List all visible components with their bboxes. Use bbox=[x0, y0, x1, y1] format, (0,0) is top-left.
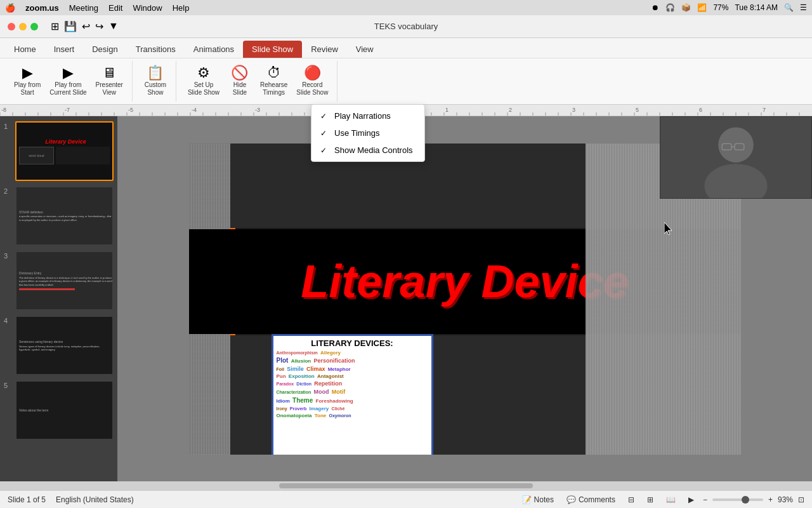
title-bar: ⊞ 💾 ↩ ↪ ▼ TEKS vocabulary bbox=[0, 15, 812, 38]
minimize-button[interactable] bbox=[19, 23, 27, 30]
normal-view-button[interactable]: ⊟ bbox=[624, 494, 638, 505]
scrollbar-thumb[interactable] bbox=[279, 483, 533, 488]
toolbar-icon[interactable]: ⊞ bbox=[51, 20, 59, 32]
play-from-current-button[interactable]: ▶ Play fromCurrent Slide bbox=[46, 64, 90, 99]
fit-screen-button[interactable]: ⊡ bbox=[798, 495, 804, 504]
svg-point-79 bbox=[718, 127, 754, 163]
close-button[interactable] bbox=[8, 23, 15, 30]
zoom-level: 93% bbox=[778, 495, 793, 504]
word-motif: Motif bbox=[332, 389, 346, 395]
language-label: English (United States) bbox=[56, 495, 134, 504]
slide-thumb-4[interactable]: 4 Sentences using literary device Variou… bbox=[4, 316, 114, 375]
record-slide-label: RecordSlide Show bbox=[296, 81, 328, 97]
play-start-icon: ▶ bbox=[22, 66, 33, 80]
ribbon-tabs: Home Insert Design Transitions Animation… bbox=[0, 38, 812, 58]
slide-sorter-button[interactable]: ⊞ bbox=[643, 494, 657, 505]
customize-icon[interactable]: ▼ bbox=[108, 20, 119, 32]
control-center-icon[interactable]: ☰ bbox=[800, 3, 807, 12]
notes-icon: 📝 bbox=[522, 495, 532, 504]
tab-view[interactable]: View bbox=[347, 41, 383, 58]
redo-icon[interactable]: ↪ bbox=[95, 20, 103, 32]
meeting-menu[interactable]: Meeting bbox=[69, 3, 98, 13]
ribbon-toolbar: ▶ Play fromStart ▶ Play fromCurrent Slid… bbox=[0, 58, 812, 105]
slide-sorter-icon: ⊞ bbox=[647, 495, 653, 504]
help-menu[interactable]: Help bbox=[173, 3, 190, 13]
maximize-button[interactable] bbox=[30, 23, 38, 30]
media-check: ✓ bbox=[320, 146, 329, 155]
audio-icon: 🎧 bbox=[665, 3, 675, 12]
status-bar: Slide 1 of 5 English (United States) 📝 N… bbox=[0, 490, 812, 508]
slide-thumb-5[interactable]: 5 Video about the term bbox=[4, 380, 114, 440]
word-antagonist: Antagonist bbox=[317, 373, 344, 379]
slide-img-1[interactable]: Literary Device word cloud bbox=[15, 121, 114, 181]
record-slide-icon: 🔴 bbox=[304, 66, 321, 80]
window-menu[interactable]: Window bbox=[133, 3, 162, 13]
tab-home[interactable]: Home bbox=[5, 41, 45, 58]
word-cliche: Cliché bbox=[331, 406, 344, 411]
reading-view-button[interactable]: 📖 bbox=[662, 494, 679, 505]
search-icon[interactable]: 🔍 bbox=[784, 3, 794, 12]
slideshow-view-button[interactable]: ▶ bbox=[684, 494, 698, 505]
play-narrations-item[interactable]: ✓ Play Narrations bbox=[311, 107, 424, 124]
presenter-view-button[interactable]: 🖥 PresenterView bbox=[92, 64, 127, 99]
show-media-controls-item[interactable]: ✓ Show Media Controls bbox=[311, 142, 424, 159]
tab-design[interactable]: Design bbox=[83, 41, 126, 58]
zoom-app-menu[interactable]: zoom.us bbox=[25, 3, 59, 13]
play-from-start-button[interactable]: ▶ Play fromStart bbox=[10, 64, 44, 99]
svg-text:5: 5 bbox=[636, 107, 639, 113]
edit-menu[interactable]: Edit bbox=[108, 3, 122, 13]
menubar-right: ⏺ 🎧 📦 📶 77% Tue 8:14 AM 🔍 ☰ bbox=[652, 3, 807, 12]
tab-transitions[interactable]: Transitions bbox=[127, 41, 185, 58]
slide-img-5[interactable]: Video about the term bbox=[15, 380, 114, 440]
slide-thumb-1[interactable]: 1 Literary Device word cloud bbox=[4, 121, 114, 181]
tab-insert[interactable]: Insert bbox=[45, 41, 84, 58]
dropbox-icon: 📦 bbox=[681, 3, 691, 12]
slide-img-3[interactable]: Dictionary Entry The definition of liter… bbox=[15, 251, 114, 311]
horizontal-scrollbar[interactable] bbox=[0, 481, 812, 490]
editor-area[interactable]: Literary Device LITERARY DEVICES: Anthro… bbox=[117, 116, 812, 481]
narrations-check: ✓ bbox=[320, 112, 329, 121]
hide-slide-button[interactable]: 🚫 HideSlide bbox=[225, 64, 255, 99]
play-current-icon: ▶ bbox=[63, 66, 74, 80]
zoom-slider[interactable] bbox=[712, 498, 763, 501]
comments-button[interactable]: 💬 Comments bbox=[563, 494, 619, 505]
presenter-icon: 🖥 bbox=[102, 66, 116, 80]
media-label: Show Media Controls bbox=[334, 145, 413, 155]
setup-slideshow-button[interactable]: ⚙ Set UpSlide Show bbox=[184, 64, 223, 99]
rehearse-timings-button[interactable]: ⏱ RehearseTimings bbox=[256, 64, 291, 99]
tab-animations[interactable]: Animations bbox=[185, 41, 243, 58]
svg-text:-8: -8 bbox=[1, 107, 6, 113]
zoom-plus-button[interactable]: + bbox=[768, 495, 773, 504]
lit-devices-content: Anthropomorphism Allegory Plot Allusion … bbox=[276, 349, 429, 420]
setup-label: Set UpSlide Show bbox=[188, 81, 219, 97]
comments-label: Comments bbox=[579, 495, 615, 504]
apple-menu[interactable]: 🍎 bbox=[5, 3, 15, 13]
zoom-minus-button[interactable]: − bbox=[703, 495, 707, 504]
word-foil: Foil bbox=[277, 367, 284, 371]
word-pun: Pun bbox=[277, 373, 286, 379]
tab-slideshow[interactable]: Slide Show bbox=[243, 41, 302, 58]
record-slideshow-button[interactable]: 🔴 RecordSlide Show bbox=[292, 64, 332, 99]
save-icon[interactable]: 💾 bbox=[64, 20, 77, 32]
svg-text:-4: -4 bbox=[192, 107, 197, 113]
lit-devices-title: LITERARY DEVICES: bbox=[276, 338, 429, 348]
slide-thumb-3[interactable]: 3 Dictionary Entry The definition of lit… bbox=[4, 251, 114, 311]
timings-label: Use Timings bbox=[334, 128, 380, 138]
slide-img-2[interactable]: STAAR definition a specific convention o… bbox=[15, 186, 114, 246]
word-diction: Diction bbox=[296, 382, 311, 386]
use-timings-item[interactable]: ✓ Use Timings bbox=[311, 124, 424, 142]
notes-button[interactable]: 📝 Notes bbox=[518, 494, 558, 505]
tab-review[interactable]: Review bbox=[302, 41, 347, 58]
menubar: 🍎 zoom.us Meeting Edit Window Help ⏺ 🎧 📦… bbox=[0, 0, 812, 15]
slide-thumb-2[interactable]: 2 STAAR definition a specific convention… bbox=[4, 186, 114, 246]
undo-icon[interactable]: ↩ bbox=[82, 20, 90, 32]
slideshow-icon: ▶ bbox=[688, 495, 694, 504]
custom-show-button[interactable]: 📋 CustomShow bbox=[140, 64, 171, 99]
zoom-thumb[interactable] bbox=[742, 496, 749, 504]
main-area: 1 Literary Device word cloud bbox=[0, 116, 812, 481]
slide-panel[interactable]: 1 Literary Device word cloud bbox=[0, 116, 117, 481]
svg-text:-7: -7 bbox=[65, 107, 70, 113]
word-repetition: Repetition bbox=[314, 380, 342, 387]
slide-img-4[interactable]: Sentences using literary device Various … bbox=[15, 316, 114, 375]
word-exposition: Exposition bbox=[289, 373, 315, 379]
